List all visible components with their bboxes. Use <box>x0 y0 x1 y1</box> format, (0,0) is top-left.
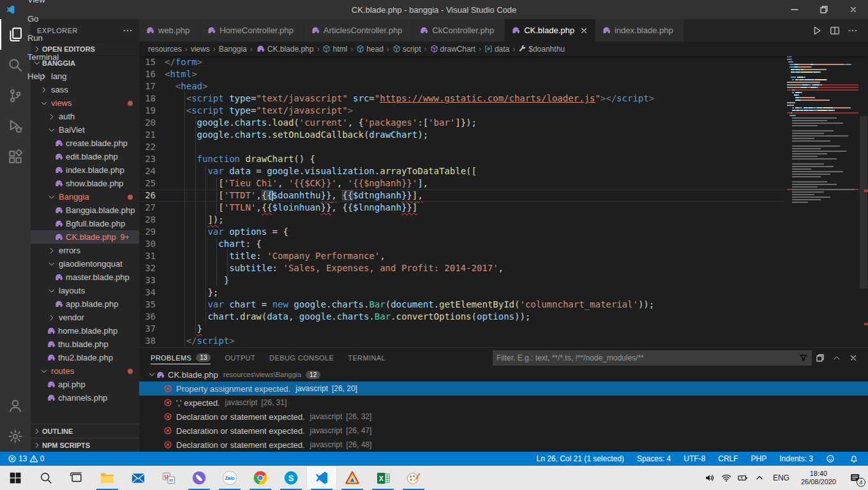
split-editor-button[interactable] <box>826 26 844 36</box>
tree-file-thu-blade-php[interactable]: thu.blade.php <box>31 338 139 351</box>
status-spaces[interactable]: Spaces: 4 <box>636 452 672 466</box>
tree-file-channels-php[interactable]: channels.php <box>31 391 139 405</box>
tree-file-show-blade-php[interactable]: show.blade.php <box>31 177 139 190</box>
tree-file-home-blade-php[interactable]: home.blade.php <box>31 324 139 338</box>
tree-folder-views[interactable]: views <box>31 96 139 110</box>
breadcrumb-script[interactable]: script <box>393 45 421 54</box>
panel-tab-debug-console[interactable]: DEBUG CONSOLE <box>269 348 334 368</box>
status-indents[interactable]: Indents: 3 <box>778 452 814 466</box>
taskbar-task-view[interactable] <box>61 466 92 490</box>
activity-source-control[interactable] <box>0 80 31 111</box>
editor-scrollbar[interactable] <box>859 56 868 347</box>
tab-web-php[interactable]: web.php <box>139 19 200 41</box>
activity-explorer[interactable] <box>0 19 31 50</box>
taskbar-unikey[interactable]: Uin <box>153 466 184 490</box>
code-editor[interactable]: 15</form>16<html>17 <head>18 <script typ… <box>139 56 868 347</box>
tray-wifi-icon[interactable] <box>718 466 735 490</box>
breadcrumb-html[interactable]: html <box>322 45 347 54</box>
taskbar-start[interactable] <box>0 466 31 490</box>
breadcrumb-banggia[interactable]: Banggia <box>219 45 247 54</box>
taskbar-triangle-app[interactable] <box>337 466 368 490</box>
tree-file-thu2-blade-php[interactable]: thu2.blade.php <box>31 351 139 364</box>
tree-folder-lang[interactable]: lang <box>31 70 139 83</box>
status-ln-26-col-21-1-selected-[interactable]: Ln 26, Col 21 (1 selected) <box>535 452 625 466</box>
scrollbar-thumb[interactable] <box>860 116 867 288</box>
breadcrumb-data[interactable]: data <box>484 45 509 54</box>
breadcrumb-head[interactable]: head <box>356 45 384 54</box>
status-utf-8[interactable]: UTF-8 <box>682 452 707 466</box>
minimap[interactable] <box>787 56 858 347</box>
panel-tab-output[interactable]: OUTPUT <box>225 348 255 368</box>
status-php[interactable]: PHP <box>750 452 768 466</box>
section-npm-scripts[interactable]: NPM SCRIPTS <box>31 438 139 452</box>
tree-folder-auth[interactable]: auth <box>31 110 139 123</box>
problem-row[interactable]: Declaration or statement expected.javasc… <box>139 410 868 424</box>
breadcrumb-resources[interactable]: resources <box>148 45 182 54</box>
tree-folder-routes[interactable]: routes <box>31 364 139 378</box>
tree-folder-errors[interactable]: errors <box>31 244 139 257</box>
sidebar-actions-icon[interactable] <box>123 26 133 36</box>
breadcrumb-views[interactable]: views <box>191 45 210 54</box>
taskbar-vscode[interactable] <box>306 466 337 490</box>
tree-file-index-blade-php[interactable]: index.blade.php <box>31 163 139 177</box>
tab-homecontroller-php[interactable]: HomeController.php <box>200 19 304 41</box>
tab-ckcontroller-php[interactable]: CkController.php <box>413 19 505 41</box>
tab-index-blade-php[interactable]: index.blade.php <box>595 19 684 41</box>
tree-folder-vendor[interactable]: vendor <box>31 311 139 324</box>
tree-folder-sass[interactable]: sass <box>31 83 139 96</box>
breadcrumb-ck-blade-php[interactable]: CK.blade.php <box>256 44 314 54</box>
restore-button[interactable] <box>809 0 839 19</box>
language-indicator[interactable]: ENG <box>768 473 795 482</box>
problems-status[interactable]: 13 0 <box>6 452 45 466</box>
taskbar-zalo[interactable]: Zalo <box>214 466 245 490</box>
tab-ck-blade-php[interactable]: CK.blade.php <box>505 19 595 41</box>
breadcrumb-$doanhthu[interactable]: $doanhthu <box>518 45 565 54</box>
section-outline[interactable]: OUTLINE <box>31 424 139 438</box>
panel-tab-problems[interactable]: PROBLEMS13 <box>151 348 211 368</box>
tree-folder-baiviet[interactable]: BaiViet <box>31 123 139 137</box>
minimize-button[interactable] <box>780 0 809 19</box>
taskbar-file-explorer[interactable] <box>92 466 123 490</box>
tree-folder-layouts[interactable]: layouts <box>31 284 139 297</box>
run-button[interactable] <box>808 26 826 36</box>
tree-file-edit-blade-php[interactable]: edit.blade.php <box>31 150 139 163</box>
tree-file-banggia-blade-php[interactable]: Banggia.blade.php <box>31 204 139 217</box>
problem-row[interactable]: Declaration or statement expected.javasc… <box>139 424 868 438</box>
tree-file-ck-blade-php[interactable]: CK.blade.php9+ <box>31 230 139 244</box>
feedback-icon[interactable] <box>825 452 838 466</box>
problem-row[interactable]: Declaration or statement expected.javasc… <box>139 438 868 452</box>
tab-articlescontroller-php[interactable]: ArticlesController.php <box>304 19 414 41</box>
tree-file-app-blade-php[interactable]: app.blade.php <box>31 297 139 311</box>
panel-tab-terminal[interactable]: TERMINAL <box>348 348 385 368</box>
close-icon[interactable] <box>580 26 588 35</box>
more-actions-button[interactable] <box>844 26 862 36</box>
tree-file-master-blade-php[interactable]: master.blade.php <box>31 271 139 284</box>
close-button[interactable] <box>839 0 868 19</box>
activity-run-debug[interactable] <box>0 111 31 142</box>
collapse-panel-button[interactable] <box>828 354 845 362</box>
status-crlf[interactable]: CRLF <box>717 452 739 466</box>
tree-file-bgfull-blade-php[interactable]: Bgfull.blade.php <box>31 217 139 230</box>
tray-volume-icon[interactable] <box>701 466 718 490</box>
taskbar-mail[interactable] <box>123 466 153 490</box>
menu-view[interactable]: View <box>22 0 67 10</box>
clock[interactable]: 18:40 26/08/2020 <box>795 470 842 486</box>
problem-row[interactable]: Property assignment expected.javascript[… <box>139 382 868 396</box>
tray-battery-icon[interactable] <box>735 466 751 490</box>
taskbar-chrome[interactable] <box>245 466 276 490</box>
problems-file-group[interactable]: CK.blade.php resources\views\Banggia 12 <box>139 368 868 382</box>
activity-search[interactable] <box>0 50 31 80</box>
maximize-panel-button[interactable] <box>812 353 828 363</box>
close-panel-button[interactable] <box>845 353 862 362</box>
tree-file-api-php[interactable]: api.php <box>31 378 139 391</box>
notification-center[interactable]: 4 <box>842 466 868 490</box>
taskbar-skype[interactable]: S <box>276 466 306 490</box>
problems-filter-input[interactable] <box>497 353 799 362</box>
activity-extensions[interactable] <box>0 142 31 172</box>
tree-file-create-blade-php[interactable]: create.blade.php <box>31 137 139 150</box>
tree-folder-giaodientongquat[interactable]: giaodientongquat <box>31 257 139 271</box>
activity-account[interactable] <box>0 390 31 421</box>
taskbar-search[interactable] <box>31 466 61 490</box>
taskbar-viber[interactable] <box>184 466 214 490</box>
taskbar-paint[interactable] <box>398 466 429 490</box>
